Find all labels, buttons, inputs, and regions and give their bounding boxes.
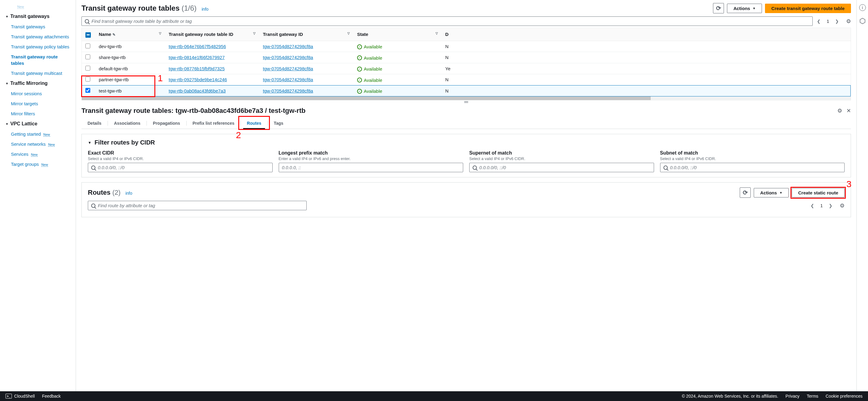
cell-name: default-tgw-rtb [95, 63, 165, 74]
row-checkbox[interactable] [85, 54, 90, 59]
tgw-id-link[interactable]: tgw-07054d8274298cf8a [263, 55, 313, 60]
route-table-id-link[interactable]: tgw-rtb-08776b15fbf9d7325 [169, 66, 225, 71]
nav-tgw-route-tables[interactable]: Transit gateway route tables [0, 52, 76, 68]
supernet-input-wrap[interactable] [469, 163, 654, 172]
search-input[interactable] [91, 19, 809, 24]
settings-icon[interactable] [846, 18, 851, 25]
supernet-hint: Select a valid IP4 or IPv6 CIDR. [469, 156, 654, 161]
col-filter-icon[interactable]: ▽ [436, 32, 438, 35]
exact-cidr-input-wrap[interactable] [88, 163, 273, 172]
col-filter-icon[interactable]: ▽ [253, 32, 256, 35]
nav-services[interactable]: Services New [0, 149, 76, 159]
create-static-route-button[interactable]: Create static route [792, 188, 845, 197]
table-row[interactable]: test-tgw-rtbtgw-rtb-0ab08ac43fd6be7a3tgw… [82, 85, 851, 96]
privacy-link[interactable]: Privacy [786, 394, 800, 399]
col-filter-icon[interactable]: ▽ [159, 32, 161, 35]
feedback-link[interactable]: Feedback [42, 394, 60, 399]
nav-mirror-filters[interactable]: Mirror filters [0, 109, 76, 119]
horizontal-scrollbar[interactable] [82, 96, 851, 100]
subnet-input[interactable] [670, 165, 842, 170]
nav-section-transit-gateways[interactable]: ▼Transit gateways [0, 11, 76, 22]
nav-transit-gateways[interactable]: Transit gateways [0, 22, 76, 32]
tgw-id-link[interactable]: tgw-07054d8274298cf8a [263, 88, 313, 93]
prev-page-button[interactable]: ❮ [816, 18, 822, 25]
cookie-link[interactable]: Cookie preferences [826, 394, 863, 399]
refresh-button[interactable] [713, 3, 724, 13]
tgw-id-link[interactable]: tgw-07054d8274298cf8a [263, 44, 313, 49]
exact-cidr-hint: Select a valid IP4 or IPv6 CIDR. [88, 156, 273, 161]
route-table-id-link[interactable]: tgw-rtb-09275bde9be14c246 [169, 77, 227, 82]
terms-link[interactable]: Terms [807, 394, 818, 399]
longest-prefix-input-wrap[interactable] [279, 163, 463, 172]
sidebar: New ▼Transit gateways Transit gateways T… [0, 0, 76, 391]
row-checkbox[interactable] [85, 66, 90, 70]
subnet-input-wrap[interactable] [660, 163, 845, 172]
nav-service-networks[interactable]: Service networks New [0, 139, 76, 149]
routes-search-input[interactable] [98, 203, 303, 208]
panel-resizer[interactable]: ═ [82, 101, 851, 104]
nav-section-traffic-mirroring[interactable]: ▼Traffic Mirroring [0, 78, 76, 89]
routes-info-link[interactable]: info [126, 191, 132, 196]
search-icon [663, 166, 668, 170]
route-table-id-link[interactable]: tgw-rtb-0814e1f66f2679927 [169, 55, 225, 60]
status-badge: ✓Available [357, 78, 382, 83]
row-checkbox[interactable] [85, 88, 90, 93]
tab-tags[interactable]: Tags [268, 118, 290, 129]
nav-mirror-targets[interactable]: Mirror targets [0, 98, 76, 109]
nav-tgw-attachments[interactable]: Transit gateway attachments [0, 32, 76, 42]
tgw-id-link[interactable]: tgw-07054d8274298cf8a [263, 77, 313, 82]
search-box[interactable] [82, 17, 813, 26]
info-icon[interactable]: i [859, 4, 866, 11]
routes-next-page[interactable]: ❯ [828, 202, 834, 209]
nav-mirror-sessions[interactable]: Mirror sessions [0, 89, 76, 98]
col-filter-icon[interactable]: ▽ [347, 32, 350, 35]
nav-tgw-policy-tables[interactable]: Transit gateway policy tables [0, 42, 76, 52]
tab-prefix-list[interactable]: Prefix list references [187, 118, 241, 129]
cloudshell-button[interactable]: >_CloudShell [5, 394, 35, 399]
close-panel-button[interactable] [846, 107, 851, 114]
routes-actions-button[interactable]: Actions▼ [754, 188, 789, 197]
nav-tgw-multicast[interactable]: Transit gateway multicast [0, 68, 76, 78]
pencil-icon[interactable]: ✎ [113, 33, 116, 37]
routes-search-box[interactable] [88, 201, 307, 210]
create-route-table-button[interactable]: Create transit gateway route table [765, 4, 851, 13]
nav-section-vpc-lattice[interactable]: ▼VPC Lattice [0, 119, 76, 129]
row-checkbox[interactable] [85, 77, 90, 82]
longest-prefix-input[interactable] [282, 165, 460, 170]
routes-settings-icon[interactable] [840, 202, 845, 209]
nav-getting-started[interactable]: Getting started New [0, 129, 76, 139]
page-number: 1 [825, 19, 831, 24]
route-table-id-link[interactable]: tgw-rtb-0ab08ac43fd6be7a3 [169, 88, 226, 93]
route-tables-table: Name✎▽ Transit gateway route table ID▽ T… [82, 28, 851, 101]
table-row[interactable]: default-tgw-rtbtgw-rtb-08776b15fbf9d7325… [82, 63, 851, 74]
detail-settings-icon[interactable] [837, 107, 842, 114]
tab-propagations[interactable]: Propagations [147, 118, 186, 129]
col-rtid: Transit gateway route table ID [169, 32, 234, 37]
route-table-id-link[interactable]: tgw-rtb-064e76b67f5482956 [169, 44, 226, 49]
new-badge: New [43, 133, 50, 137]
routes-prev-page[interactable]: ❮ [809, 202, 815, 209]
cell-d: N [442, 52, 851, 63]
tgw-id-link[interactable]: tgw-07054d8274298cf8a [263, 66, 313, 71]
table-row[interactable]: share-tgw-rtbtgw-rtb-0814e1f66f2679927tg… [82, 52, 851, 63]
table-row[interactable]: partner-tgw-rtbtgw-rtb-09275bde9be14c246… [82, 74, 851, 85]
nav-section-label: VPC Lattice [10, 121, 37, 126]
col-d: D [445, 32, 448, 37]
tab-details[interactable]: Details [82, 118, 107, 129]
actions-button[interactable]: Actions▼ [727, 4, 762, 13]
tab-associations[interactable]: Associations [108, 118, 147, 129]
select-all-checkbox[interactable] [85, 32, 91, 38]
nav-target-groups[interactable]: Target groups New [0, 159, 76, 169]
caret-down-icon[interactable]: ▼ [88, 141, 91, 145]
check-icon: ✓ [357, 55, 362, 60]
row-checkbox[interactable] [85, 44, 90, 48]
security-icon[interactable] [859, 18, 866, 24]
footer: >_CloudShell Feedback © 2024, Amazon Web… [0, 391, 868, 401]
table-row[interactable]: dev-tgw-rtbtgw-rtb-064e76b67f5482956tgw-… [82, 41, 851, 52]
next-page-button[interactable]: ❯ [834, 18, 840, 25]
routes-refresh-button[interactable] [740, 188, 751, 198]
tab-routes[interactable]: Routes [241, 118, 267, 129]
exact-cidr-input[interactable] [98, 165, 269, 170]
supernet-input[interactable] [479, 165, 651, 170]
info-link[interactable]: info [202, 7, 209, 11]
